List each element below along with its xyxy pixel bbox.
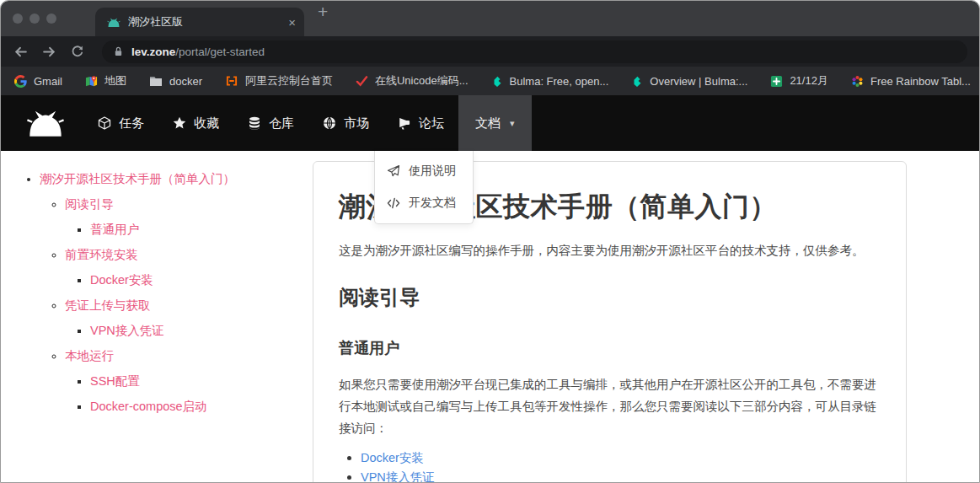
lock-icon [113,46,124,57]
toc-link-docker-install[interactable]: Docker安装 [90,273,153,287]
toc-link-local-run[interactable]: 本地运行 [65,349,114,362]
bookmark-calendar[interactable]: 21/12月 [770,73,828,89]
new-tab-button[interactable]: + [318,3,328,20]
red-check-icon [356,75,368,87]
toc-link-normal-user[interactable]: 普通用户 [90,223,139,236]
nav-item-forum[interactable]: 论坛 [383,95,458,151]
subsection-heading-normal-user: 普通用户 [339,338,881,358]
toc-link-credentials[interactable]: 凭证上传与获取 [65,298,151,312]
minimize-window-button[interactable] [29,13,40,24]
toc-link-env-install[interactable]: 前置环境安装 [65,248,138,261]
toc-item: Docker安装 [90,271,303,289]
toc-item: 本地运行 SSH配置 Docker-compose启动 [65,347,303,416]
bookmark-rainbow-site[interactable]: Free Rainbow Tabl... [851,75,971,88]
google-g-icon [14,75,27,88]
toc-item: 阅读引导 普通用户 [65,196,303,239]
google-maps-icon [85,75,98,88]
bookmarks-bar: Gmail 地图 docker 阿里云控制台首页 [1,67,979,95]
folder-icon [149,75,163,87]
window-controls [13,13,56,24]
toc-item: 普通用户 [90,221,303,239]
green-calendar-icon [770,75,783,88]
nav-item-market[interactable]: 市场 [308,95,383,151]
article-intro: 这是为潮汐开源社区编写的操作手册，内容主要为使用潮汐开源社区平台的技术支持，仅供… [339,243,881,259]
article-link-list: Docker安装 VPN接入凭证 SSH配置 Docker-compose启动 [339,449,881,483]
browser-toolbar: lev.zone/portal/get-started [1,36,979,67]
send-icon [387,164,400,178]
site-favicon-icon [107,17,120,28]
rainbow-icon [851,75,864,88]
reload-icon[interactable] [70,44,85,59]
tab-title: 潮汐社区版 [128,14,281,30]
article-link-docker-install[interactable]: Docker安装 [361,451,424,464]
toc-item: 前置环境安装 Docker安装 [65,246,303,289]
close-window-button[interactable] [13,13,23,24]
list-item: VPN接入凭证 [361,469,881,483]
address-bar[interactable]: lev.zone/portal/get-started [102,40,967,63]
url-text: lev.zone/portal/get-started [131,44,265,59]
toc-link-reading-guide[interactable]: 阅读引导 [65,197,114,211]
tab-close-icon[interactable]: × [288,16,296,29]
dropdown-item-devdocs[interactable]: 开发文档 [375,187,473,219]
cube-icon [98,116,111,130]
database-icon [248,116,261,130]
bookmark-aliyun[interactable]: 阿里云控制台首页 [225,73,333,89]
megaphone-icon [398,116,411,130]
dropdown-item-usage[interactable]: 使用说明 [375,155,473,187]
bookmark-unicode[interactable]: 在线Unicode编码... [356,73,469,89]
browser-tab[interactable]: 潮汐社区版 × [95,8,304,36]
article-body: 如果您只需要使用潮汐平台现已集成的工具与编排，或其他用户在开源社区公开的工具包，… [339,373,881,439]
bookmark-bulma-free[interactable]: Bulma: Free, open... [491,75,609,88]
nav-item-repository[interactable]: 仓库 [233,95,308,151]
toc-link-vpn-credential[interactable]: VPN接入凭证 [90,324,164,337]
back-icon[interactable] [13,44,28,59]
section-heading-reading-guide: 阅读引导 [339,284,881,311]
toc-link-ssh-config[interactable]: SSH配置 [90,374,140,388]
toc-item: SSH配置 [90,373,303,390]
bulma-icon [631,75,643,88]
list-item: Docker安装 [361,449,881,466]
toc-item: 凭证上传与获取 VPN接入凭证 [65,297,303,340]
caret-down-icon: ▾ [510,118,515,129]
toc-item: VPN接入凭证 [90,322,303,340]
nav-item-tasks[interactable]: 任务 [83,95,158,151]
bookmark-maps[interactable]: 地图 [85,73,126,89]
bookmark-bulma-overview[interactable]: Overview | Bulma:... [631,75,747,88]
code-icon [387,196,400,210]
nav-item-favorites[interactable]: 收藏 [158,95,233,151]
url-domain: lev.zone [131,46,175,58]
aliyun-icon [225,75,238,87]
web-page: 任务 收藏 仓库 [1,95,979,483]
site-logo-icon[interactable] [26,110,65,137]
docs-dropdown-menu: 使用说明 开发文档 [374,151,474,224]
nav-item-docs[interactable]: 文档 ▾ [458,95,532,151]
site-header: 任务 收藏 仓库 [1,95,979,151]
bookmark-docker-folder[interactable]: docker [149,75,202,88]
forward-icon[interactable] [41,44,56,59]
bulma-icon [491,75,503,88]
toc-item: 潮汐开源社区技术手册（简单入门） 阅读引导 普通用户 前置环境安装 Docker… [40,170,303,416]
article-link-vpn-credential[interactable]: VPN接入凭证 [361,470,435,483]
globe-icon [323,116,336,130]
bookmark-gmail[interactable]: Gmail [14,75,62,88]
tab-strip: 潮汐社区版 × + [1,1,979,36]
zoom-window-button[interactable] [46,13,56,24]
toc-sidebar: 潮汐开源社区技术手册（简单入门） 阅读引导 普通用户 前置环境安装 Docker… [21,163,303,423]
toc-link-manual[interactable]: 潮汐开源社区技术手册（简单入门） [40,172,235,185]
toc-link-docker-compose[interactable]: Docker-compose启动 [90,400,207,413]
browser-window: 潮汐社区版 × + lev.zone/portal/get-started [0,0,980,483]
url-path: /portal/get-started [175,46,265,58]
toc-item: Docker-compose启动 [90,398,303,416]
star-icon [173,116,186,130]
